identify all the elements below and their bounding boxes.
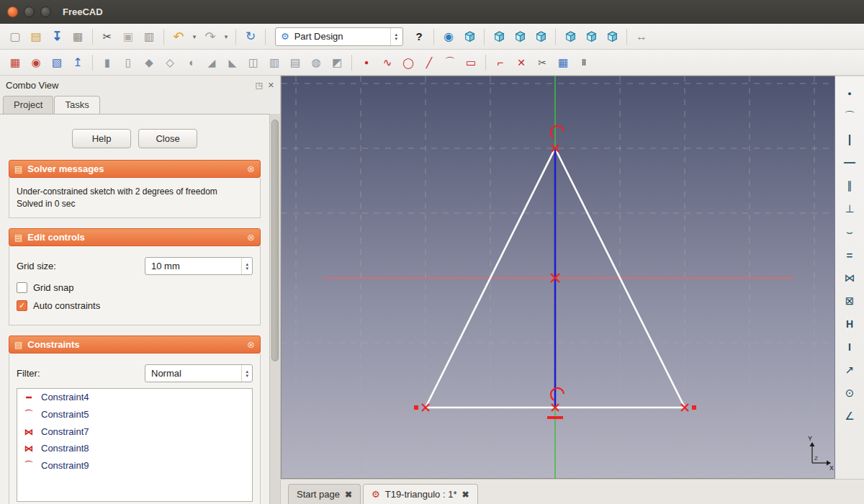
dock-titlebar[interactable]: Combo View ◳ ✕ bbox=[0, 76, 280, 94]
create-sketch-icon[interactable]: ▦ bbox=[6, 53, 24, 72]
constrain-horizontal-icon[interactable]: — bbox=[841, 154, 858, 171]
window-close-button[interactable] bbox=[7, 6, 18, 17]
external-geometry-icon[interactable]: ✂ bbox=[533, 53, 552, 72]
endpoint-marker[interactable] bbox=[414, 405, 418, 410]
constrain-distance-icon[interactable]: ↗ bbox=[841, 361, 858, 379]
tab-document[interactable]: ⚙ T19-triangulo : 1* ✖ bbox=[363, 484, 477, 504]
filter-spinner[interactable]: ▴ ▾ bbox=[241, 365, 252, 382]
constraint-item[interactable]: ⌒Constraint5 bbox=[17, 405, 252, 423]
window-minimize-button[interactable] bbox=[24, 6, 35, 17]
grid-size-spinner[interactable]: ▴ ▾ bbox=[241, 258, 252, 274]
create-circle-icon[interactable]: ◯ bbox=[399, 53, 418, 72]
workbench-spinner[interactable]: ▴ ▾ bbox=[390, 28, 401, 45]
constrain-point-icon[interactable]: ● bbox=[841, 85, 858, 102]
top-view-icon[interactable] bbox=[510, 27, 529, 46]
fillet-icon[interactable]: ◖ bbox=[181, 53, 200, 72]
constrain-radius-icon[interactable]: ⊙ bbox=[841, 384, 858, 402]
constrain-lock-icon[interactable]: ⊠ bbox=[841, 292, 858, 310]
chamfer-icon[interactable]: ◢ bbox=[202, 53, 221, 72]
open-file-icon[interactable]: ▤ bbox=[27, 27, 45, 46]
front-view-icon[interactable] bbox=[490, 27, 508, 46]
close-tab-icon[interactable]: ✖ bbox=[345, 490, 352, 500]
fit-all-icon[interactable]: ◉ bbox=[439, 27, 458, 46]
groove-icon[interactable]: ◇ bbox=[161, 53, 179, 72]
window-maximize-button[interactable] bbox=[40, 6, 51, 17]
constrain-symmetric-icon[interactable]: ⋈ bbox=[841, 269, 858, 287]
constraint-item[interactable]: ━Constraint4 bbox=[17, 389, 252, 405]
map-sketch-icon[interactable]: ▧ bbox=[48, 53, 66, 72]
polar-pattern-icon[interactable]: ◍ bbox=[307, 53, 325, 72]
tab-project[interactable]: Project bbox=[3, 96, 53, 114]
create-point-icon[interactable]: ● bbox=[357, 53, 376, 72]
constrain-parallel-icon[interactable]: ∥ bbox=[841, 177, 858, 194]
measure-distance-icon[interactable]: ↔ bbox=[632, 27, 651, 46]
draft-icon[interactable]: ◣ bbox=[223, 53, 242, 72]
constraints-header[interactable]: ▤ Constraints ⊗ bbox=[9, 336, 261, 354]
constrain-angle-icon[interactable]: ∠ bbox=[841, 408, 858, 425]
refresh-icon[interactable]: ↻ bbox=[241, 27, 260, 46]
constrain-vertical-icon[interactable]: | bbox=[841, 131, 858, 148]
collapse-icon[interactable]: ⊗ bbox=[247, 163, 255, 174]
linear-pattern-icon[interactable]: ▤ bbox=[286, 53, 305, 72]
constrain-v-distance-icon[interactable]: I bbox=[841, 338, 858, 356]
3d-viewport[interactable]: Y X Z bbox=[281, 76, 835, 479]
workbench-selector[interactable]: ⚙ Part Design ▴ ▾ bbox=[275, 27, 403, 46]
constraint-list[interactable]: ━Constraint4⌒Constraint5⋈Constraint7⋈Con… bbox=[17, 388, 253, 502]
solver-messages-header[interactable]: ▤ Solver messages ⊗ bbox=[9, 160, 261, 178]
horizontal-constraint-marker[interactable] bbox=[547, 416, 563, 419]
close-button[interactable]: Close bbox=[138, 129, 197, 148]
filter-combo[interactable]: Normal ▴ ▾ bbox=[145, 364, 253, 382]
leave-sketch-icon[interactable]: ↥ bbox=[68, 53, 87, 72]
bottom-view-icon[interactable] bbox=[582, 27, 600, 46]
scrollbar-thumb[interactable] bbox=[271, 120, 279, 361]
constrain-tangent-icon[interactable]: ⌣ bbox=[841, 223, 858, 240]
trim-edge-icon[interactable]: ✕ bbox=[512, 53, 531, 72]
undo-history-icon[interactable]: ▾ bbox=[190, 27, 199, 46]
left-view-icon[interactable] bbox=[603, 27, 621, 46]
tab-start-page[interactable]: Start page ✖ bbox=[288, 484, 361, 504]
constrain-coincident-icon[interactable]: ⌐ bbox=[491, 53, 510, 72]
constraint-item[interactable]: ⌒Constraint9 bbox=[17, 456, 252, 474]
new-file-icon[interactable]: ▢ bbox=[6, 27, 24, 46]
dock-close-icon[interactable]: ✕ bbox=[268, 81, 274, 90]
create-line-icon[interactable]: ╱ bbox=[420, 53, 438, 72]
collapse-icon[interactable]: ⊗ bbox=[247, 232, 255, 243]
create-polyline-icon[interactable]: ∿ bbox=[378, 53, 397, 72]
constraint-item[interactable]: ⋈Constraint8 bbox=[17, 440, 252, 456]
paste-icon[interactable]: ▥ bbox=[140, 27, 158, 46]
tab-tasks[interactable]: Tasks bbox=[54, 96, 99, 114]
thickness-icon[interactable]: ◫ bbox=[244, 53, 263, 72]
dock-float-icon[interactable]: ◳ bbox=[255, 81, 262, 90]
constrain-arc-icon[interactable]: ⌒ bbox=[841, 108, 858, 125]
help-button[interactable]: Help bbox=[72, 129, 131, 148]
grid-size-combo[interactable]: 10 mm ▴ ▾ bbox=[145, 257, 253, 275]
create-rectangle-icon[interactable]: ▭ bbox=[462, 53, 480, 72]
endpoint-marker[interactable] bbox=[692, 405, 696, 410]
constraint-item[interactable]: ⋈Constraint7 bbox=[17, 423, 252, 440]
grid-snap-checkbox[interactable] bbox=[17, 282, 27, 293]
collapse-icon[interactable]: ⊗ bbox=[247, 339, 255, 350]
panel-scrollbar[interactable] bbox=[269, 114, 280, 504]
redo-history-icon[interactable]: ▾ bbox=[222, 27, 230, 46]
auto-constraints-checkbox[interactable]: ✓ bbox=[17, 300, 27, 311]
select-elements-icon[interactable]: ‖ bbox=[575, 53, 593, 72]
redo-icon[interactable]: ↷ bbox=[201, 27, 220, 46]
sketch-canvas[interactable]: Y X Z bbox=[282, 76, 834, 478]
whats-this-icon[interactable]: ? bbox=[410, 27, 428, 46]
construction-mode-icon[interactable]: ▦ bbox=[554, 53, 572, 72]
print-icon[interactable]: ▦ bbox=[68, 27, 87, 46]
edit-sketch-icon[interactable]: ◉ bbox=[27, 53, 45, 72]
constrain-perpendicular-icon[interactable]: ⊥ bbox=[841, 200, 858, 217]
copy-icon[interactable]: ▣ bbox=[119, 27, 138, 46]
multitransform-icon[interactable]: ◩ bbox=[328, 53, 346, 72]
axonometric-view-icon[interactable] bbox=[460, 27, 479, 46]
create-arc-icon[interactable]: ⌒ bbox=[441, 53, 459, 72]
undo-icon[interactable]: ↶ bbox=[169, 27, 188, 46]
window-titlebar[interactable]: FreeCAD bbox=[0, 0, 864, 24]
constrain-h-distance-icon[interactable]: H bbox=[841, 315, 858, 333]
save-icon[interactable]: ↧ bbox=[48, 27, 66, 46]
pocket-icon[interactable]: ▯ bbox=[119, 53, 138, 72]
cut-icon[interactable]: ✂ bbox=[98, 27, 117, 46]
mirrored-icon[interactable]: ▥ bbox=[265, 53, 284, 72]
rear-view-icon[interactable] bbox=[561, 27, 580, 46]
